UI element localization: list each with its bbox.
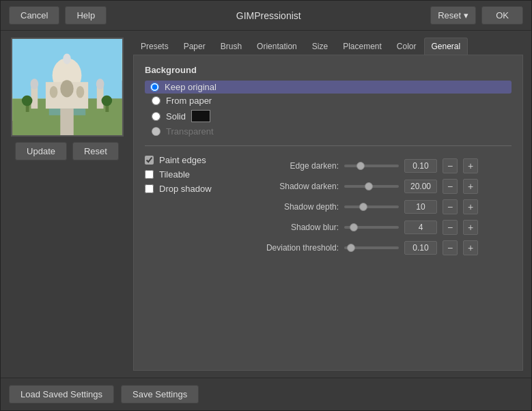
shadow-depth-decrement[interactable]: −	[443, 199, 458, 214]
checkbox-tileable[interactable]	[145, 170, 154, 179]
tab-paper[interactable]: Paper	[176, 38, 213, 55]
tab-color[interactable]: Color	[389, 38, 424, 55]
load-settings-button[interactable]: Load Saved Settings	[9, 385, 114, 403]
radio-solid-row: Solid	[145, 108, 512, 124]
control-shadow-darken: Shadow darken: − +	[250, 176, 512, 197]
svg-point-7	[96, 79, 104, 89]
app-title: GIMPressionist	[112, 10, 425, 21]
radio-keep-original[interactable]	[150, 83, 159, 91]
shadow-depth-thumb	[359, 203, 367, 211]
control-edge-darken: Edge darken: − +	[250, 156, 512, 176]
shadow-darken-decrement[interactable]: −	[443, 179, 458, 194]
shadow-darken-label: Shadow darken:	[250, 182, 339, 191]
solid-color-swatch[interactable]	[191, 110, 210, 122]
shadow-depth-value[interactable]	[404, 200, 437, 214]
preview-buttons: Update Reset	[15, 142, 119, 160]
reset-dropdown-button[interactable]: Reset ▾	[430, 6, 476, 25]
tab-bar: Presets Paper Brush Orientation Size Pla…	[133, 38, 523, 55]
radio-from-paper-row: From paper	[145, 94, 512, 108]
save-settings-button[interactable]: Save Settings	[121, 385, 199, 403]
svg-point-11	[76, 86, 84, 98]
drop-shadow-label: Drop shadow	[159, 184, 212, 194]
tab-brush[interactable]: Brush	[213, 38, 249, 55]
update-button[interactable]: Update	[15, 142, 67, 160]
shadow-depth-label: Shadow depth:	[250, 202, 339, 212]
panel-content: Background Keep original From paper Soli…	[133, 55, 523, 371]
deviation-threshold-decrement[interactable]: −	[443, 240, 458, 255]
deviation-threshold-label: Deviation threshold:	[250, 243, 339, 253]
checkboxes-group: Paint edges Tileable Drop shadow	[145, 153, 227, 196]
shadow-blur-thumb	[350, 223, 358, 231]
from-paper-label: From paper	[166, 96, 212, 106]
edge-darken-value[interactable]	[404, 159, 437, 173]
deviation-threshold-slider[interactable]	[344, 246, 399, 249]
top-bar: Cancel Help GIMPressionist Reset ▾ OK	[1, 1, 531, 31]
deviation-threshold-increment[interactable]: +	[463, 240, 478, 255]
radio-transparent	[152, 127, 160, 136]
svg-point-10	[49, 86, 57, 98]
background-label: Background	[145, 65, 512, 75]
edge-darken-increment[interactable]: +	[463, 158, 478, 173]
paint-edges-label: Paint edges	[159, 155, 206, 165]
shadow-darken-value[interactable]	[404, 180, 437, 193]
chevron-down-icon: ▾	[464, 10, 468, 20]
svg-rect-13	[60, 109, 73, 135]
cancel-button[interactable]: Cancel	[9, 6, 59, 25]
checkbox-tileable-row: Tileable	[145, 167, 227, 182]
shadow-depth-increment[interactable]: +	[463, 199, 478, 214]
right-panel: Presets Paper Brush Orientation Size Pla…	[133, 38, 523, 371]
shadow-darken-thumb	[365, 182, 373, 190]
checkbox-paint-edges[interactable]	[145, 156, 154, 165]
tab-size[interactable]: Size	[305, 38, 335, 55]
shadow-blur-value[interactable]	[404, 221, 437, 234]
controls-section: Edge darken: − + Shadow darken:	[250, 156, 512, 258]
tab-presets[interactable]: Presets	[133, 38, 176, 55]
control-shadow-depth: Shadow depth: − +	[250, 197, 512, 217]
transparent-label: Transparent	[166, 126, 214, 137]
preview-image	[11, 38, 124, 137]
shadow-depth-slider[interactable]	[344, 206, 399, 208]
radio-keep-original-row: Keep original	[145, 81, 512, 94]
main-content: Update Reset Presets Paper Brush Orienta…	[1, 31, 531, 378]
reset-label: Reset	[438, 10, 461, 20]
edge-darken-label: Edge darken:	[250, 161, 339, 171]
control-shadow-blur: Shadow blur: − +	[250, 217, 512, 238]
checkbox-drop-shadow[interactable]	[145, 184, 154, 193]
svg-point-15	[21, 96, 32, 107]
radio-from-paper[interactable]	[152, 96, 160, 105]
deviation-threshold-value[interactable]	[404, 241, 437, 255]
checkbox-paint-edges-row: Paint edges	[145, 153, 227, 167]
radio-transparent-row: Transparent	[145, 124, 512, 139]
solid-label: Solid	[166, 111, 186, 122]
left-panel: Update Reset	[9, 38, 125, 371]
edge-darken-thumb	[356, 162, 365, 170]
deviation-threshold-thumb	[347, 244, 355, 252]
bottom-bar: Load Saved Settings Save Settings	[1, 378, 531, 410]
divider	[145, 145, 512, 146]
svg-point-9	[60, 80, 73, 97]
ok-button[interactable]: OK	[481, 6, 523, 25]
shadow-blur-label: Shadow blur:	[250, 223, 339, 232]
preview-reset-button[interactable]: Reset	[72, 142, 119, 160]
tileable-label: Tileable	[159, 169, 190, 180]
shadow-blur-increment[interactable]: +	[463, 220, 478, 235]
tab-placement[interactable]: Placement	[335, 38, 389, 55]
radio-solid[interactable]	[152, 112, 160, 121]
checkbox-drop-shadow-row: Drop shadow	[145, 182, 227, 196]
edge-darken-decrement[interactable]: −	[443, 158, 458, 173]
shadow-blur-slider[interactable]	[344, 226, 399, 229]
shadow-darken-slider[interactable]	[344, 185, 399, 188]
edge-darken-slider[interactable]	[344, 165, 399, 167]
tab-general[interactable]: General	[424, 38, 468, 55]
shadow-blur-decrement[interactable]: −	[443, 220, 458, 235]
keep-original-label: Keep original	[165, 82, 216, 92]
svg-point-17	[101, 96, 112, 107]
shadow-darken-increment[interactable]: +	[463, 179, 478, 194]
tab-orientation[interactable]: Orientation	[249, 38, 305, 55]
svg-point-5	[30, 79, 38, 89]
help-button[interactable]: Help	[65, 6, 107, 25]
svg-point-8	[63, 53, 71, 64]
control-deviation-threshold: Deviation threshold: − +	[250, 238, 512, 258]
